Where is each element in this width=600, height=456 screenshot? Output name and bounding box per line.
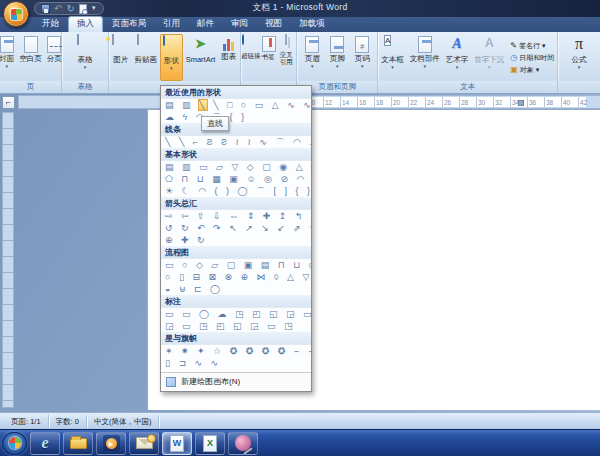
right-indent-marker[interactable] <box>518 100 524 106</box>
shape-row-flowchart-1[interactable]: ▭ ○ ◇ ▱ ▢ ▣ ▤ ⊓ ⊔ ◎ ◁ ▽ <box>161 259 311 271</box>
chart-button[interactable]: 图表 <box>218 34 239 81</box>
shape-row-arrows-1[interactable]: ⇨ ⇦ ⇧ ⇩ ⇔ ⇕ ✚ ↥ ↰ ↱ ↲ ↳ <box>161 210 311 222</box>
group-links: 超链接 书签 交叉引用 <box>241 32 297 93</box>
page-number-button[interactable]: # 页码▾ <box>353 34 372 81</box>
shape-row-basic-2[interactable]: ⬠ ⊓ ⊔ ▦ ▣ ☺ ◎ ⊘ ◠ ♡ ✎ <box>161 173 311 185</box>
ruler-number: 32 <box>490 96 507 110</box>
undo-icon[interactable]: ↶ <box>54 3 62 14</box>
office-button[interactable] <box>3 1 29 27</box>
smartart-button[interactable]: ➤ SmartArt <box>184 34 218 81</box>
group-symbols: π 公式▾ <box>558 32 600 93</box>
header-button[interactable]: 页眉▾ <box>303 34 322 81</box>
shape-row-recent-2[interactable]: ☁ ϟ ◠ ⌒ { } <box>161 111 311 123</box>
tab-home[interactable]: 开始 <box>34 17 67 32</box>
shape-row-arrows-3[interactable]: ⊕ ✚ ↻ <box>161 234 311 246</box>
group-label-text: 文本 <box>378 81 557 93</box>
section-recent-shapes: 最近使用的形状 <box>161 86 311 99</box>
bookmark-button[interactable]: 书签 <box>260 34 276 81</box>
drop-cap-icon: A <box>481 35 498 54</box>
title-bar: ↶ ↻ ▼ 文档 1 - Microsoft Word <box>0 0 600 17</box>
tab-view[interactable]: 视图 <box>257 17 290 32</box>
section-callouts: 标注 <box>161 295 311 308</box>
ruler-number: 36 <box>524 96 541 110</box>
picture-button[interactable]: 图片 <box>110 34 131 81</box>
text-small-buttons: ✎ 签名行▾ ◷ 日期和时间 ▣ 对象▾ <box>508 34 556 81</box>
shape-row-stars-1[interactable]: ✶ ✷ ✦ ☆ ✪ ✪ ✪ ✪ ⌢ ⌢ ∩ ∩ <box>161 345 311 357</box>
new-drawing-canvas-item[interactable]: 新建绘图画布(N) <box>161 372 311 390</box>
wordart-button[interactable]: A 艺术字▾ <box>444 34 471 81</box>
signature-line-button[interactable]: ✎ 签名行▾ <box>510 41 554 51</box>
excel-icon: X <box>203 435 217 452</box>
shape-row-arrows-2[interactable]: ↺ ↻ ↶ ↷ ↖ ↗ ↘ ↙ ⇗ ⇘ ⇖ ⇙ <box>161 222 311 234</box>
taskbar-word-active[interactable]: W <box>162 432 192 455</box>
clip-art-button[interactable]: 剪贴画 <box>132 34 159 81</box>
section-block-arrows: 箭头总汇 <box>161 197 311 210</box>
shape-straight-line-selected[interactable]: ╲ <box>199 100 207 110</box>
cross-reference-button[interactable]: 交叉引用 <box>276 34 296 81</box>
shape-row-lines[interactable]: ╲ ╲ ⌐ Ƨ Ƨ ≀ ≀ ∿ ⌒ ◠ ☁ ϟ <box>161 136 311 148</box>
cover-page-button[interactable]: 封面▾ <box>0 34 16 81</box>
shape-row-stars-2[interactable]: ▯ ⊐ ∿ ∿ <box>161 357 311 369</box>
date-time-button[interactable]: ◷ 日期和时间 <box>510 53 554 63</box>
page-break-button[interactable]: 分页 <box>45 34 64 81</box>
shape-row-flowchart-2[interactable]: ○ ▯ ⊟ ⊠ ⊗ ⊕ ⋈ ◊ △ ▽ ◁ ▷ <box>161 271 311 283</box>
hyperlink-icon <box>242 34 244 45</box>
shape-row-callouts-1[interactable]: ▭ ▭ ◯ ☁ ◳ ◰ ◱ ◲ ▭ ◳ ◰ ◱ <box>161 308 311 320</box>
header-icon <box>305 36 319 53</box>
start-button[interactable] <box>2 432 27 455</box>
taskbar-media-player[interactable]: ▶ <box>96 432 126 455</box>
page-break-icon <box>47 36 61 53</box>
internet-explorer-icon: e <box>41 434 48 452</box>
footer-icon <box>330 36 344 53</box>
outlook-icon <box>136 437 153 449</box>
tab-page-layout[interactable]: 页面布局 <box>104 17 154 32</box>
taskbar-paint[interactable] <box>228 432 258 455</box>
shapes-icon <box>163 35 165 46</box>
ribbon-tab-row: 开始 插入 页面布局 引用 邮件 审阅 视图 加载项 <box>0 17 600 32</box>
table-icon <box>77 34 79 45</box>
tab-mailings[interactable]: 邮件 <box>189 17 222 32</box>
group-label-symbols <box>558 81 600 93</box>
object-button[interactable]: ▣ 对象▾ <box>510 65 554 75</box>
tab-add-ins[interactable]: 加载项 <box>291 17 333 32</box>
ruler-numbers: 1012141618202224262830323436384042 <box>303 96 592 110</box>
table-button[interactable]: 表格▾ <box>75 34 96 81</box>
ruler-number: 16 <box>354 96 371 110</box>
taskbar-outlook[interactable] <box>129 432 159 455</box>
shape-row-basic-1[interactable]: ▤ ▥ ▭ ▱ ▽ ◇ ▢ ◉ △ ◺ ○ ⬡ <box>161 161 311 173</box>
tab-insert[interactable]: 插入 <box>68 16 103 32</box>
ruler-number: 26 <box>439 96 456 110</box>
status-language[interactable]: 中文(简体，中国) <box>87 415 160 428</box>
footer-button[interactable]: 页脚▾ <box>328 34 347 81</box>
cover-page-icon <box>0 36 14 53</box>
redo-icon[interactable]: ↻ <box>66 3 74 14</box>
office-logo-icon <box>11 9 22 20</box>
shape-row-recent-1[interactable]: ▤ ▥ ╲ ╲ □ ○ ▭ △ ∿ ∿ ⇨ ⇩ <box>161 99 311 111</box>
shape-row-flowchart-3[interactable]: ◒ ⊎ ⊏ ◯ <box>161 283 311 295</box>
status-page-count[interactable]: 页面: 1/1 <box>4 415 49 428</box>
shape-row-basic-3[interactable]: ☀ ☾ ◠ ( ) ◯ ⌒ [ ] { } <box>161 185 311 197</box>
blank-page-button[interactable]: 空白页 <box>17 34 44 81</box>
ruler-number: 42 <box>575 96 592 110</box>
taskbar-windows-explorer[interactable] <box>63 432 93 455</box>
tab-review[interactable]: 审阅 <box>223 17 256 32</box>
taskbar-excel[interactable]: X <box>195 432 225 455</box>
tab-references[interactable]: 引用 <box>155 17 188 32</box>
text-box-button[interactable]: A 文本框▾ <box>379 34 406 81</box>
qat-more-icon[interactable]: ▼ <box>91 3 97 14</box>
equation-button[interactable]: π 公式▾ <box>569 34 590 81</box>
save-icon[interactable] <box>41 4 50 13</box>
shapes-button[interactable]: 形状▾ <box>160 34 183 81</box>
drop-cap-button[interactable]: A 首字下沉▾ <box>472 34 506 81</box>
shape-row-callouts-2[interactable]: ◲ ▭ ◳ ◰ ◱ ◲ ▭ ◳ <box>161 320 311 332</box>
quick-parts-button[interactable]: 文档部件▾ <box>408 34 442 81</box>
signature-line-icon: ✎ <box>510 42 517 50</box>
print-preview-icon[interactable] <box>79 4 87 14</box>
taskbar-internet-explorer[interactable]: e <box>30 432 60 455</box>
vertical-ruler[interactable] <box>2 112 14 408</box>
status-word-count[interactable]: 字数: 0 <box>49 415 87 428</box>
group-tables: 表格▾ 表格 <box>62 32 109 93</box>
hyperlink-button[interactable]: 超链接 <box>241 34 260 81</box>
group-header-footer: 页眉▾ 页脚▾ # 页码▾ 页眉和页脚 <box>297 32 378 93</box>
tab-stop-selector[interactable]: ⌐ <box>2 96 15 109</box>
